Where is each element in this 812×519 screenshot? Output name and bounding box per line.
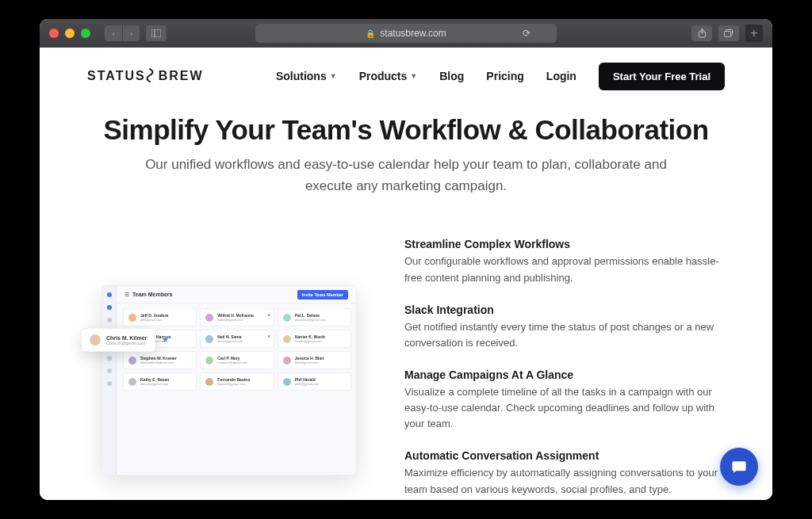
- minimize-window-icon[interactable]: [65, 29, 75, 38]
- cta-label: Start Your Free Trial: [613, 71, 710, 82]
- avatar: [205, 357, 213, 364]
- svg-rect-4: [725, 31, 731, 36]
- browser-right-controls: +: [691, 25, 763, 42]
- member-email: kbevan@gmail.com: [140, 382, 169, 386]
- mock-member-cell: Wilfrid H. McKennawilfrid@gmail.com★: [200, 308, 274, 326]
- mock-float-email: Chris.m@gmail.com: [106, 341, 147, 345]
- nav-blog[interactable]: Blog: [439, 70, 464, 82]
- feature-block: Streamline Complex Workflows Our configu…: [404, 238, 725, 285]
- chevron-down-icon: ▼: [330, 72, 337, 80]
- mock-sidebar-dot: [107, 381, 112, 386]
- logo-wave-icon: [146, 67, 159, 86]
- hero-title: Simplify Your Team's Workflow & Collabor…: [40, 114, 772, 146]
- feature-block: Manage Campaigns At A Glance Visualize a…: [404, 368, 725, 432]
- feature-title: Manage Campaigns At A Glance: [404, 368, 725, 381]
- avatar: [283, 314, 291, 322]
- hero: Simplify Your Team's Workflow & Collabor…: [40, 114, 772, 197]
- maximize-window-icon[interactable]: [81, 29, 90, 38]
- mock-floating-member-card: Chris M. Kilmer Chris.m@gmail.com ★: [81, 328, 155, 352]
- hamburger-icon: ☰: [124, 292, 129, 298]
- chat-launcher-button[interactable]: [720, 448, 758, 486]
- feature-title: Automatic Conversation Assignment: [404, 449, 725, 462]
- illustration-column: ☰ Team Members Invite Team Member Jeff D…: [87, 238, 373, 500]
- primary-nav: Solutions ▼ Products ▼ Blog Pricing Logi…: [276, 63, 725, 90]
- tabs-button[interactable]: [718, 25, 739, 41]
- nav-back-forward: ‹ ›: [105, 25, 140, 41]
- url-text: statusbrew.com: [380, 28, 446, 39]
- member-email: jeff@gmail.com: [140, 318, 168, 322]
- mock-member-cell: Carl P. Marymarycarl@gmail.com: [200, 351, 274, 369]
- star-icon: ★: [267, 334, 270, 338]
- nav-products[interactable]: Products ▼: [359, 70, 418, 82]
- start-trial-button[interactable]: Start Your Free Trial: [599, 63, 725, 90]
- mock-member-cell: Jessica H. Blairblair@gmail.com: [278, 351, 351, 369]
- avatar: [205, 335, 213, 343]
- avatar: [90, 334, 101, 345]
- nav-solutions[interactable]: Solutions ▼: [276, 70, 337, 82]
- team-members-mock: ☰ Team Members Invite Team Member Jeff D…: [87, 285, 357, 475]
- member-email: skramerlee@gmail.com: [140, 361, 177, 364]
- member-email: fbastos@gmail.com: [217, 382, 250, 386]
- share-button[interactable]: [691, 25, 712, 41]
- nav-products-label: Products: [359, 70, 408, 82]
- avatar: [205, 314, 213, 322]
- nav-blog-label: Blog: [439, 70, 464, 82]
- back-button[interactable]: ‹: [105, 25, 122, 41]
- new-tab-button[interactable]: +: [745, 25, 763, 42]
- nav-solutions-label: Solutions: [276, 70, 327, 82]
- window-controls: [49, 29, 90, 38]
- hero-subtitle: Our unified workflows and easy-to-use ca…: [136, 154, 676, 197]
- forward-button[interactable]: ›: [122, 25, 140, 41]
- member-email: marycarl@gmail.com: [217, 361, 247, 364]
- member-email: philh@gmail.com: [295, 382, 320, 386]
- nav-pricing-label: Pricing: [486, 70, 523, 82]
- mock-member-cell: Jeff D. Anaforejeff@gmail.com: [123, 308, 197, 326]
- address-bar[interactable]: 🔒 statusbrew.com: [255, 24, 557, 43]
- browser-window: ‹ › 🔒 statusbrew.com ⟳ + STATUS: [40, 19, 772, 500]
- avatar: [128, 357, 136, 364]
- site-header: STATUS BREW Solutions ▼ Products ▼ Blog: [40, 59, 772, 93]
- logo-text-right: BREW: [159, 69, 204, 83]
- avatar: [128, 314, 136, 322]
- avatar: [128, 378, 136, 386]
- feature-title: Streamline Complex Workflows: [404, 238, 725, 250]
- mock-member-cell: Pat L. Delanepatdelane@gmail.com: [278, 308, 351, 326]
- avatar: [283, 335, 291, 343]
- star-icon: ★: [267, 312, 270, 317]
- member-email: siena@gmail.com: [217, 339, 243, 343]
- member-email: blair@gmail.com: [295, 361, 324, 364]
- member-email: hworth@gmail.com: [295, 339, 325, 343]
- mock-member-cell: Harriet K. Worthhworth@gmail.com: [278, 330, 351, 348]
- feature-body: Maximize efficiency by automatically ass…: [404, 465, 725, 497]
- member-email: patdelane@gmail.com: [295, 318, 327, 322]
- mock-sidebar: [102, 286, 117, 475]
- mock-frame: ☰ Team Members Invite Team Member Jeff D…: [102, 285, 357, 475]
- mock-float-name: Chris M. Kilmer: [106, 335, 147, 341]
- mock-member-cell: Neil N. Sienasiena@gmail.com★: [200, 330, 274, 348]
- nav-login[interactable]: Login: [546, 70, 576, 82]
- content-row: ☰ Team Members Invite Team Member Jeff D…: [40, 238, 772, 500]
- mock-member-cell: Stephen W. Kramerskramerlee@gmail.com: [123, 351, 197, 369]
- feature-block: Automatic Conversation Assignment Maximi…: [404, 449, 725, 497]
- nav-login-label: Login: [546, 70, 576, 82]
- feature-body: Get notified instantly every time the st…: [404, 319, 725, 351]
- svg-rect-0: [151, 29, 161, 37]
- refresh-button[interactable]: ⟳: [519, 25, 534, 41]
- mock-panel-title: Team Members: [132, 292, 172, 297]
- sidebar-toggle-icon[interactable]: [146, 25, 167, 41]
- mock-sidebar-dot: [107, 318, 112, 322]
- mock-member-cell: Fernando Bastosfbastos@gmail.com: [200, 372, 274, 391]
- feature-body: Our configurable workflows and approval …: [404, 254, 725, 285]
- feature-body: Visualize a complete timeline of all the…: [404, 384, 725, 432]
- close-window-icon[interactable]: [49, 29, 59, 38]
- browser-toolbar: ‹ › 🔒 statusbrew.com ⟳ +: [40, 19, 772, 48]
- mock-sidebar-dot: [107, 356, 112, 361]
- feature-title: Slack Integration: [404, 303, 725, 316]
- lock-icon: 🔒: [366, 29, 375, 38]
- logo[interactable]: STATUS BREW: [87, 67, 204, 86]
- features-column: Streamline Complex Workflows Our configu…: [404, 238, 725, 500]
- mock-sidebar-dot: [107, 292, 112, 297]
- chevron-down-icon: ▼: [410, 72, 417, 80]
- nav-pricing[interactable]: Pricing: [486, 70, 523, 82]
- mock-member-cell: Kathy E. Bevankbevan@gmail.com: [123, 372, 197, 391]
